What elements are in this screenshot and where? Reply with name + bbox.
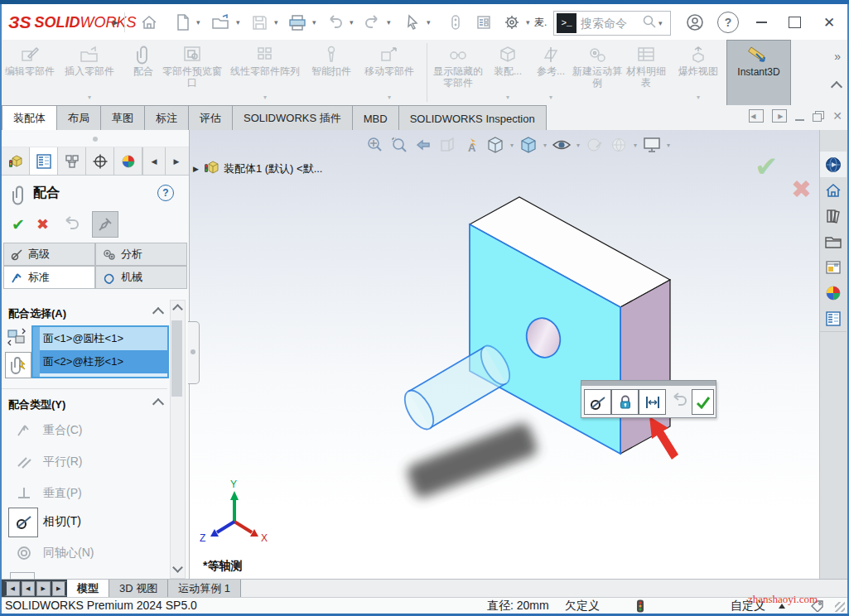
nav-prev-icon[interactable]: ◀ [22,581,36,596]
doc-tab-model[interactable]: 模型 [67,580,109,598]
help-icon[interactable]: ? [717,12,739,33]
save-caret-icon[interactable]: ▾ [274,12,278,33]
tree-item-label[interactable]: 装配体1 (默认) <默... [224,161,323,176]
ribbon-new-motion-study[interactable]: 新建运动算例 [572,40,622,105]
tab-addins[interactable]: SOLIDWORKS 插件 [233,105,353,131]
select-cursor-icon[interactable] [403,12,422,33]
confirmation-check-icon[interactable]: ✔ [755,150,779,183]
redo-icon[interactable] [363,12,383,33]
appearances-tab[interactable] [820,280,847,306]
context-tangent-button[interactable] [584,389,611,415]
menu-flyout-arrow[interactable]: ▶ [113,12,118,33]
select-caret-icon[interactable]: ▾ [427,12,431,33]
context-distance-button[interactable] [639,389,666,415]
tab-evaluate[interactable]: 评估 [189,105,233,131]
tab-feature-tree[interactable] [2,147,30,175]
mate-type-partial-item[interactable] [10,572,35,580]
zoom-area-icon[interactable] [389,135,409,155]
zoom-fit-icon[interactable] [365,135,385,155]
ribbon-insert-component[interactable]: 插入零部件 ▾ [55,40,124,105]
ribbon-move-component[interactable]: 移动零部件 ▾ [355,40,424,105]
command-search-box[interactable]: >_ ▾ [553,11,671,36]
tab-configuration-manager[interactable] [58,147,86,175]
move-component-caret-icon[interactable]: ▾ [388,92,391,103]
mate-type-tangent[interactable]: 相切(T) [2,508,167,536]
tab-layout[interactable]: 布局 [57,105,101,131]
selection-item-1[interactable]: 面<1>@圆柱<1> [40,327,167,350]
flyout-tree-item[interactable]: ▶ 装配体1 (默认) <默... [193,160,322,177]
options-gear-icon[interactable] [502,12,522,33]
mate-types-header[interactable]: 配合类型(Y) [8,397,65,412]
redo-caret-icon[interactable]: ▾ [387,12,391,33]
titlebar-misc-label[interactable]: 麦. [534,12,547,33]
ribbon-exploded-view[interactable]: 爆炸视图 ▾ [670,40,726,105]
search-caret-icon[interactable]: ▾ [658,19,663,27]
context-lock-button[interactable] [611,389,639,415]
save-icon[interactable] [249,12,269,33]
mate-type-concentric[interactable]: 同轴心(N) [2,539,167,567]
ribbon-assembly-features[interactable]: 装配... ▾ [486,40,529,105]
tab-dimxpert-manager[interactable] [86,147,114,175]
view-palette-tab[interactable] [820,254,847,281]
tab-property-manager[interactable] [30,147,58,175]
ribbon-mate[interactable]: 配合 [124,40,162,105]
scroll-down-icon[interactable] [172,562,183,573]
types-collapse-chevron-icon[interactable] [152,398,164,410]
panel-collapse-handle[interactable] [188,321,200,384]
open-file-caret-icon[interactable]: ▾ [236,12,240,33]
view-orientation-caret-icon[interactable]: ▾ [510,142,514,149]
mate-type-perpendicular[interactable]: 垂直(P) [2,479,167,508]
model-canvas[interactable]: Y X Z [190,130,820,579]
mate-selections-header[interactable]: 配合选择(A) [8,306,66,321]
previous-view-icon[interactable] [413,135,433,155]
ribbon-component-preview[interactable]: 零部件预览窗口 [162,40,222,105]
linear-pattern-caret-icon[interactable]: ▾ [263,92,267,103]
reference-geometry-caret-icon[interactable]: ▾ [549,92,552,103]
custom-properties-tab[interactable] [820,306,847,332]
pane-left-icon[interactable]: ◀ [749,109,764,123]
hide-show-items-icon[interactable] [552,135,572,155]
mate-pin-button[interactable] [92,211,118,238]
doc-tab-3d-views[interactable]: 3D 视图 [109,580,168,598]
tab-assembly[interactable]: 装配体 [2,105,57,131]
file-explorer-tab[interactable] [820,229,847,255]
panel-help-icon[interactable]: ? [157,185,174,201]
mode-tab-advanced[interactable]: 高级 [3,243,95,266]
ribbon-overflow-icon[interactable]: » [834,50,841,63]
ribbon-collapse-icon[interactable] [832,83,841,93]
ribbon-smart-fasteners[interactable]: 智能扣件 [308,40,355,105]
new-file-icon[interactable] [174,12,192,33]
selections-collapse-chevron-icon[interactable] [152,307,164,319]
resources-tab[interactable] [820,152,847,178]
nav-last-icon[interactable]: ▶ [52,581,68,596]
annotation-visibility-icon[interactable]: A [461,135,481,155]
undo-caret-icon[interactable]: ▾ [350,12,354,33]
mate-ok-button[interactable]: ✔ [12,215,25,234]
view-settings-caret-icon[interactable]: ▾ [667,142,670,149]
tab-annotate[interactable]: 标注 [145,105,189,131]
account-icon[interactable] [684,12,706,33]
view-orientation-icon[interactable] [485,135,505,155]
pane-right-icon[interactable]: ▶ [772,109,787,123]
view-settings-icon[interactable] [642,135,662,155]
ribbon-linear-pattern[interactable]: 线性零部件阵列 ▾ [222,40,308,105]
selection-item-2[interactable]: 面<2>@柱形<1> [40,350,167,373]
doc-restore-button[interactable] [813,111,824,121]
insert-component-caret-icon[interactable]: ▾ [88,92,91,103]
options-caret-icon[interactable]: ▾ [526,12,530,33]
ribbon-bill-of-materials[interactable]: 材料明细表 [622,40,670,105]
home-tab[interactable] [820,177,847,204]
tab-mbd[interactable]: MBD [353,105,399,131]
open-file-icon[interactable] [210,12,232,33]
print-caret-icon[interactable]: ▾ [312,12,316,33]
mate-type-parallel[interactable]: 平行(R) [2,448,167,476]
graphics-viewport[interactable]: Y X Z A ▾ ▾ ▾ ▾ ▾ ▶ [190,130,820,579]
scroll-thumb[interactable] [171,320,182,397]
selection-pill-icon[interactable] [447,12,464,33]
design-library-tab[interactable] [820,203,847,229]
search-input[interactable] [579,16,642,31]
tree-expand-icon[interactable]: ▶ [193,165,199,173]
context-undo-button[interactable] [668,391,689,411]
section-view-icon[interactable] [437,135,457,155]
nav-next-icon[interactable]: ▶ [36,581,51,596]
